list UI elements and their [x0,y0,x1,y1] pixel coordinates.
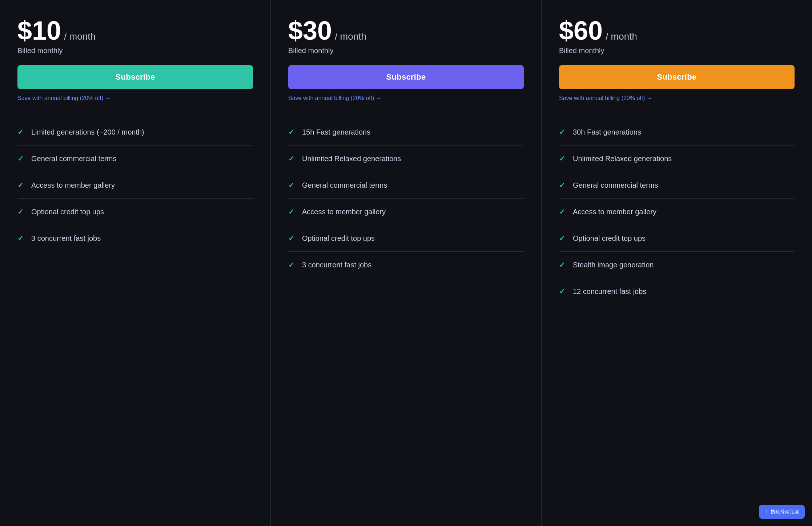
feature-text: 3 concurrent fast jobs [302,260,371,270]
billing-basic: Billed monthly [17,47,253,55]
billing-pro: Billed monthly [559,47,795,55]
feature-text: Optional credit top ups [573,233,646,243]
check-icon: ✓ [288,181,296,190]
subscribe-button-standard[interactable]: Subscribe [288,65,524,89]
feature-item: ✓ Optional credit top ups [559,225,795,252]
arrow-up-icon: ↑ [765,509,768,515]
features-list-basic: ✓ Limited generations (~200 / month) ✓ G… [17,119,253,251]
feature-item: ✓ General commercial terms [17,146,253,172]
check-icon: ✓ [559,207,566,216]
watermark-text: 搜狐号@元壤 [771,509,799,515]
annual-save-basic[interactable]: Save with annual billing (20% off) → [17,95,253,101]
plan-basic: $10/ month Billed monthly Subscribe Save… [0,0,271,526]
feature-text: General commercial terms [302,180,387,190]
feature-item: ✓ 30h Fast generations [559,119,795,146]
features-list-pro: ✓ 30h Fast generations ✓ Unlimited Relax… [559,119,795,304]
price-period-basic: / month [64,31,96,42]
check-icon: ✓ [559,287,566,296]
feature-item: ✓ Stealth image generation [559,252,795,278]
features-list-standard: ✓ 15h Fast generations ✓ Unlimited Relax… [288,119,524,278]
feature-text: 15h Fast generations [302,127,370,137]
feature-text: Optional credit top ups [302,233,375,243]
watermark-badge[interactable]: ↑ 搜狐号@元壤 [759,505,805,519]
check-icon: ✓ [559,154,566,163]
feature-text: General commercial terms [31,154,117,164]
feature-text: Access to member gallery [31,180,115,190]
feature-item: ✓ Optional credit top ups [17,199,253,225]
feature-item: ✓ Optional credit top ups [288,225,524,252]
plan-pro: $60/ month Billed monthly Subscribe Save… [542,0,812,526]
check-icon: ✓ [288,234,296,243]
feature-item: ✓ 15h Fast generations [288,119,524,146]
check-icon: ✓ [17,128,25,136]
price-amount-pro: $60 [559,16,603,45]
check-icon: ✓ [559,128,566,136]
feature-text: 3 concurrent fast jobs [31,233,101,243]
feature-item: ✓ Unlimited Relaxed generations [288,146,524,172]
feature-text: Limited generations (~200 / month) [31,127,144,137]
check-icon: ✓ [288,154,296,163]
feature-item: ✓ General commercial terms [288,172,524,199]
price-header-standard: $30/ month [288,17,524,44]
billing-standard: Billed monthly [288,47,524,55]
annual-save-pro[interactable]: Save with annual billing (20% off) → [559,95,795,101]
check-icon: ✓ [559,234,566,243]
feature-item: ✓ 12 concurrent fast jobs [559,278,795,304]
check-icon: ✓ [17,234,25,243]
price-amount-standard: $30 [288,16,332,45]
feature-text: Unlimited Relaxed generations [573,154,672,164]
feature-item: ✓ Limited generations (~200 / month) [17,119,253,146]
pricing-container: $10/ month Billed monthly Subscribe Save… [0,0,812,526]
feature-text: 12 concurrent fast jobs [573,286,646,296]
feature-text: General commercial terms [573,180,658,190]
feature-text: Access to member gallery [573,207,656,217]
check-icon: ✓ [288,128,296,136]
feature-text: 30h Fast generations [573,127,641,137]
feature-item: ✓ Access to member gallery [17,172,253,199]
price-period-pro: / month [606,31,637,42]
feature-item: ✓ Unlimited Relaxed generations [559,146,795,172]
feature-text: Access to member gallery [302,207,386,217]
feature-item: ✓ 3 concurrent fast jobs [288,252,524,278]
subscribe-button-basic[interactable]: Subscribe [17,65,253,89]
feature-text: Stealth image generation [573,260,654,270]
feature-text: Optional credit top ups [31,207,104,217]
price-header-basic: $10/ month [17,17,253,44]
check-icon: ✓ [559,260,566,269]
price-header-pro: $60/ month [559,17,795,44]
price-period-standard: / month [335,31,366,42]
check-icon: ✓ [17,207,25,216]
check-icon: ✓ [559,181,566,190]
check-icon: ✓ [288,260,296,269]
check-icon: ✓ [17,154,25,163]
check-icon: ✓ [17,181,25,190]
feature-item: ✓ Access to member gallery [559,199,795,225]
feature-item: ✓ General commercial terms [559,172,795,199]
feature-item: ✓ Access to member gallery [288,199,524,225]
price-amount-basic: $10 [17,16,61,45]
plan-standard: $30/ month Billed monthly Subscribe Save… [271,0,542,526]
check-icon: ✓ [288,207,296,216]
annual-save-standard[interactable]: Save with annual billing (20% off) → [288,95,524,101]
subscribe-button-pro[interactable]: Subscribe [559,65,795,89]
feature-item: ✓ 3 concurrent fast jobs [17,225,253,251]
feature-text: Unlimited Relaxed generations [302,154,401,164]
